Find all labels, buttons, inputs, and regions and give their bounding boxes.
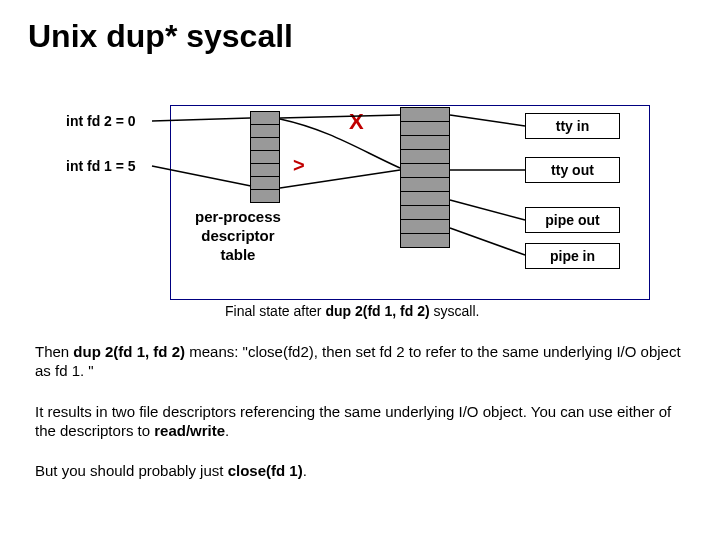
paragraph-2: It results in two file descriptors refer… xyxy=(35,403,685,441)
table-row xyxy=(400,149,450,164)
table-row xyxy=(400,205,450,220)
caption-bold: dup 2(fd 1, fd 2) xyxy=(325,303,429,319)
table-row xyxy=(250,150,280,164)
table-row xyxy=(250,189,280,203)
table-row xyxy=(400,219,450,234)
text: Then xyxy=(35,343,73,360)
descriptor-table xyxy=(250,112,280,203)
table-row xyxy=(250,111,280,125)
table-row xyxy=(250,124,280,138)
table-row xyxy=(400,177,450,192)
table-row xyxy=(400,135,450,150)
table-row xyxy=(250,176,280,190)
x-icon: X xyxy=(349,109,364,135)
text: It results in two file descriptors refer… xyxy=(35,403,671,439)
diagram-caption: Final state after dup 2(fd 1, fd 2) sysc… xyxy=(225,303,479,319)
table-row xyxy=(250,137,280,151)
tty-out-box: tty out xyxy=(525,157,620,183)
descriptor-table-label: per-process descriptor table xyxy=(195,208,281,264)
tty-in-box: tty in xyxy=(525,113,620,139)
table-row xyxy=(400,107,450,122)
table-row xyxy=(400,121,450,136)
table-row xyxy=(400,163,450,178)
paragraph-3: But you should probably just close(fd 1)… xyxy=(35,462,685,481)
bold-text: close(fd 1) xyxy=(228,462,303,479)
pipe-out-box: pipe out xyxy=(525,207,620,233)
paragraph-1: Then dup 2(fd 1, fd 2) means: "close(fd2… xyxy=(35,343,685,381)
bold-text: dup 2(fd 1, fd 2) xyxy=(73,343,185,360)
page-title: Unix dup* syscall xyxy=(28,18,293,55)
text: . xyxy=(303,462,307,479)
caption-text-end: syscall. xyxy=(430,303,480,319)
chevron-right-icon: > xyxy=(293,154,305,177)
open-file-table xyxy=(400,108,450,248)
fd1-label: int fd 1 = 5 xyxy=(66,158,136,174)
pipe-in-box: pipe in xyxy=(525,243,620,269)
bold-text: read/write xyxy=(154,422,225,439)
table-row xyxy=(400,191,450,206)
table-row xyxy=(250,163,280,177)
fd2-label: int fd 2 = 0 xyxy=(66,113,136,129)
caption-text: Final state after xyxy=(225,303,325,319)
text: . xyxy=(225,422,229,439)
text: But you should probably just xyxy=(35,462,228,479)
table-row xyxy=(400,233,450,248)
